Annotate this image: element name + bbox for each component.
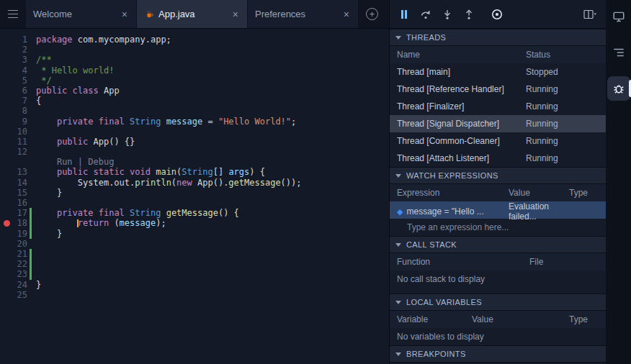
line-number[interactable]: 8 [13, 106, 27, 116]
menu-button[interactable] [0, 0, 26, 28]
code-line[interactable]: 25 [0, 290, 389, 300]
code-text[interactable]: Run | Debug [35, 157, 114, 167]
breakpoint-gutter[interactable] [0, 280, 13, 290]
code-line[interactable]: 7{ [0, 96, 389, 106]
code-line[interactable]: 11 public App() {} [0, 137, 389, 147]
code-text[interactable] [35, 106, 36, 116]
breakpoint-gutter[interactable] [0, 127, 13, 137]
line-number[interactable]: 24 [13, 280, 27, 290]
breakpoint-gutter[interactable] [0, 65, 13, 76]
code-line[interactable]: 4 * Hello world! [0, 65, 389, 76]
code-line[interactable]: 16 [0, 198, 389, 208]
thread-row[interactable]: Thread [Finalizer]Running [390, 98, 606, 115]
threads-header[interactable]: THREADS [390, 29, 606, 46]
code-text[interactable]: } [35, 229, 62, 239]
code-line[interactable]: 6public class App [0, 86, 389, 96]
breakpoint-gutter[interactable] [0, 86, 13, 96]
line-number[interactable] [13, 157, 27, 167]
breakpoint-gutter[interactable] [0, 45, 13, 55]
code-line[interactable]: 21 [0, 249, 389, 259]
breakpoint-gutter[interactable] [0, 167, 13, 177]
breakpoint-gutter[interactable] [0, 208, 13, 218]
breakpoints-header[interactable]: BREAKPOINTS [390, 345, 606, 363]
line-number[interactable]: 3 [13, 55, 27, 65]
tab-app-java[interactable]: App.java× [137, 0, 248, 28]
breakpoint-gutter[interactable] [0, 35, 13, 45]
remote-monitor-item[interactable] [607, 4, 630, 29]
code-line[interactable]: 3/** [0, 55, 389, 65]
code-text[interactable]: } [35, 188, 62, 198]
code-line[interactable]: 8 [0, 106, 389, 116]
breakpoint-gutter[interactable] [0, 96, 13, 106]
code-text[interactable]: * Hello world! [35, 65, 114, 76]
code-text[interactable] [35, 290, 36, 300]
tab-welcome[interactable]: Welcome× [26, 0, 137, 28]
close-icon[interactable]: × [231, 9, 240, 20]
local-variables-header[interactable]: LOCAL VARIABLES [390, 294, 606, 311]
thread-row[interactable]: Thread [Reference Handler]Running [390, 81, 606, 98]
line-number[interactable]: 2 [13, 45, 27, 55]
code-line[interactable]: 5 */ [0, 76, 389, 86]
breakpoint-gutter[interactable] [0, 229, 13, 239]
breakpoint-icon[interactable] [4, 220, 10, 227]
breakpoint-gutter[interactable] [0, 290, 13, 300]
code-text[interactable]: package com.mycompany.app; [35, 35, 171, 45]
editor-layout-button[interactable] [583, 9, 597, 20]
thread-row[interactable]: Thread [Signal Dispatcher]Running [390, 115, 606, 132]
record-button[interactable] [491, 8, 504, 21]
line-number[interactable]: 11 [13, 137, 27, 147]
line-number[interactable]: 18 [13, 218, 27, 228]
breakpoint-gutter[interactable] [0, 249, 13, 259]
breakpoint-gutter[interactable] [0, 117, 13, 127]
code-text[interactable]: private final String getMessage() { [35, 208, 239, 218]
code-line[interactable]: 1package com.mycompany.app; [0, 35, 389, 45]
line-number[interactable]: 21 [13, 249, 27, 259]
code-line[interactable]: 2 [0, 45, 389, 55]
code-line[interactable]: 15 } [0, 188, 389, 198]
line-number[interactable]: 12 [13, 147, 27, 157]
breakpoint-gutter[interactable] [0, 55, 13, 65]
line-number[interactable]: 14 [13, 178, 27, 188]
line-number[interactable]: 1 [13, 35, 27, 45]
close-icon[interactable]: × [120, 9, 129, 20]
debug-item[interactable] [607, 76, 630, 101]
line-number[interactable]: 5 [13, 76, 27, 86]
tab-preferences[interactable]: Preferences× [248, 0, 359, 28]
pause-button[interactable] [398, 9, 410, 20]
call-stack-header[interactable]: CALL STACK [390, 236, 606, 253]
breakpoint-gutter[interactable] [0, 239, 13, 249]
code-text[interactable] [35, 269, 36, 279]
line-number[interactable]: 10 [13, 127, 27, 137]
line-number[interactable]: 19 [13, 229, 27, 239]
line-number[interactable]: 16 [13, 198, 27, 208]
code-text[interactable]: public App() {} [35, 137, 135, 147]
code-line[interactable]: 13 public static void main(String[] args… [0, 167, 389, 177]
code-line[interactable]: 18 return (message); [0, 218, 389, 228]
thread-row[interactable]: Thread [main]Stopped [390, 63, 606, 81]
code-text[interactable]: /** [35, 55, 52, 65]
thread-row[interactable]: Thread [Attach Listener]Running [390, 150, 606, 167]
code-line[interactable]: 20 [0, 239, 389, 249]
breakpoint-gutter[interactable] [0, 188, 13, 198]
step-over-button[interactable] [420, 9, 431, 20]
code-line[interactable]: 14 System.out.println(new App().getMessa… [0, 178, 389, 188]
new-tab-button[interactable]: + [366, 8, 378, 20]
code-line[interactable]: 19 } [0, 229, 389, 239]
line-number[interactable]: 15 [13, 188, 27, 198]
code-line[interactable]: 17 private final String getMessage() { [0, 208, 389, 218]
line-number[interactable]: 22 [13, 259, 27, 269]
line-number[interactable]: 17 [13, 208, 27, 218]
code-text[interactable]: } [35, 280, 41, 290]
breakpoint-gutter[interactable] [0, 137, 13, 147]
line-number[interactable]: 25 [13, 290, 27, 300]
code-text[interactable]: public class App [35, 86, 120, 96]
codelens-row[interactable]: Run | Debug [0, 157, 389, 167]
breakpoint-gutter[interactable] [0, 106, 13, 116]
close-icon[interactable]: × [342, 9, 351, 20]
code-text[interactable]: { [35, 96, 41, 106]
breakpoint-gutter[interactable] [0, 76, 13, 86]
code-text[interactable] [35, 198, 36, 208]
breakpoint-gutter[interactable] [0, 157, 13, 167]
breakpoint-gutter[interactable] [0, 259, 13, 269]
line-number[interactable]: 23 [13, 269, 27, 279]
